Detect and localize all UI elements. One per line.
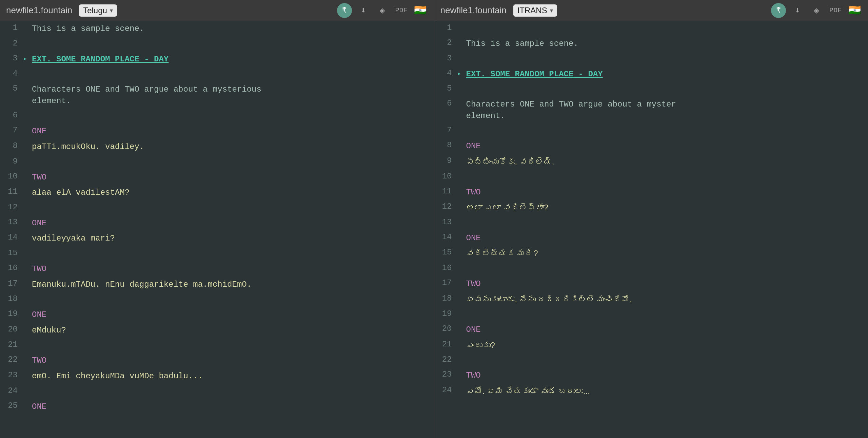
line-row: 5 <box>434 82 868 97</box>
left-editor-lines: 1 This is a sample scene. 2 3 ▸ EXT. SOM… <box>0 21 434 414</box>
left-download-button[interactable]: ⬇ <box>356 3 371 18</box>
line-row: 12 అలా ఎలా వదిలెస్తాం? <box>434 200 868 215</box>
right-filename: newfile1.fountain <box>440 5 507 16</box>
line-row: 17 TWO <box>434 276 868 292</box>
left-toolbar: newfile1.fountain Telugu ▾ ₹ ⬇ ◈ PDF 🇮🇳 <box>0 0 434 21</box>
right-rupee-button[interactable]: ₹ <box>771 3 786 18</box>
line-row: 6 Characters ONE and TWO argue about a m… <box>434 97 868 123</box>
left-filename: newfile1.fountain <box>6 5 72 16</box>
left-pdf-button[interactable]: PDF <box>394 3 409 18</box>
line-row: 23 TWO <box>434 368 868 383</box>
line-row: 15 <box>0 246 434 261</box>
line-row: 21 <box>0 338 434 353</box>
line-row: 13 <box>434 215 868 230</box>
line-row: 4 <box>0 67 434 82</box>
line-row: 20 ONE <box>434 322 868 338</box>
right-dropbox-button[interactable]: ◈ <box>809 3 824 18</box>
left-language-label: Telugu <box>83 6 107 15</box>
line-row: 6 <box>0 109 434 123</box>
left-editor[interactable]: 1 This is a sample scene. 2 3 ▸ EXT. SOM… <box>0 21 434 438</box>
line-row: 19 ONE <box>0 307 434 323</box>
right-download-button[interactable]: ⬇ <box>790 3 805 18</box>
left-language-select[interactable]: Telugu ▾ <box>79 4 117 17</box>
line-row: 2 This is a sample scene. <box>434 36 868 52</box>
line-row: 9 పట్టించుకోకు. వదిలెయ్. <box>434 154 868 170</box>
line-row: 9 <box>0 155 434 170</box>
right-language-select[interactable]: ITRANS ▾ <box>513 4 557 17</box>
line-row: 14 ONE <box>434 230 868 246</box>
line-row: 2 <box>0 37 434 52</box>
line-row: 8 ONE <box>434 138 868 154</box>
line-row: 23 emO. Emi cheyakuMDa vuMDe badulu... <box>0 368 434 384</box>
line-row: 12 <box>0 201 434 215</box>
line-row: 15 వదిలెయ్యక మరి? <box>434 246 868 261</box>
line-row: 4 ▸ EXT. SOME RANDOM PLACE - DAY <box>434 66 868 82</box>
line-row: 1 This is a sample scene. <box>0 21 434 37</box>
line-row: 1 <box>434 21 868 36</box>
right-language-label: ITRANS <box>517 6 547 15</box>
line-row: 13 ONE <box>0 215 434 231</box>
line-row: 7 ONE <box>0 123 434 139</box>
line-row: 7 <box>434 123 868 138</box>
line-row: 3 <box>434 52 868 66</box>
left-panel: newfile1.fountain Telugu ▾ ₹ ⬇ ◈ PDF 🇮🇳 … <box>0 0 434 438</box>
line-row: 5 Characters ONE and TWO argue about a m… <box>0 82 434 109</box>
line-row: 18 ఏమనుకుంటాడు. నేను దగ్గరికిల్లె మంచిదే… <box>434 292 868 307</box>
line-row: 22 TWO <box>0 353 434 368</box>
line-row: 24 ఎమో. ఏమి చేయకుండా వుండె బదులు... <box>434 383 868 399</box>
line-row: 24 <box>0 384 434 399</box>
line-row: 16 TWO <box>0 261 434 277</box>
line-row: 18 <box>0 292 434 307</box>
right-editor[interactable]: 1 2 This is a sample scene. 3 4 ▸ <box>434 21 868 438</box>
line-row: 22 <box>434 353 868 368</box>
left-dropbox-button[interactable]: ◈ <box>375 3 390 18</box>
line-row: 20 eMduku? <box>0 323 434 338</box>
right-editor-lines: 1 2 This is a sample scene. 3 4 ▸ <box>434 21 868 399</box>
right-pdf-button[interactable]: PDF <box>828 3 843 18</box>
line-row: 19 <box>434 307 868 322</box>
left-flag-button[interactable]: 🇮🇳 <box>413 3 428 18</box>
right-chevron-icon: ▾ <box>550 7 553 14</box>
left-rupee-button[interactable]: ₹ <box>337 3 352 18</box>
line-row: 14 vadileyyaka mari? <box>0 231 434 246</box>
left-chevron-icon: ▾ <box>110 7 113 14</box>
right-toolbar: newfile1.fountain ITRANS ▾ ₹ ⬇ ◈ PDF 🇮🇳 <box>434 0 868 21</box>
right-flag-button[interactable]: 🇮🇳 <box>847 3 862 18</box>
line-row: 17 Emanuku.mTADu. nEnu daggarikelte ma.m… <box>0 277 434 292</box>
line-row: 11 TWO <box>434 185 868 200</box>
line-row: 21 ఎందుకు? <box>434 338 868 353</box>
line-row: 8 paTTi.mcukOku. vadiley. <box>0 139 434 155</box>
line-row: 3 ▸ EXT. SOME RANDOM PLACE - DAY <box>0 52 434 67</box>
main-panels: newfile1.fountain Telugu ▾ ₹ ⬇ ◈ PDF 🇮🇳 … <box>0 0 868 438</box>
line-row: 10 TWO <box>0 170 434 185</box>
line-row: 25 ONE <box>0 399 434 415</box>
line-row: 16 <box>434 261 868 276</box>
right-panel: newfile1.fountain ITRANS ▾ ₹ ⬇ ◈ PDF 🇮🇳 … <box>434 0 868 438</box>
line-row: 11 alaa elA vadilestAM? <box>0 185 434 201</box>
line-row: 10 <box>434 170 868 185</box>
